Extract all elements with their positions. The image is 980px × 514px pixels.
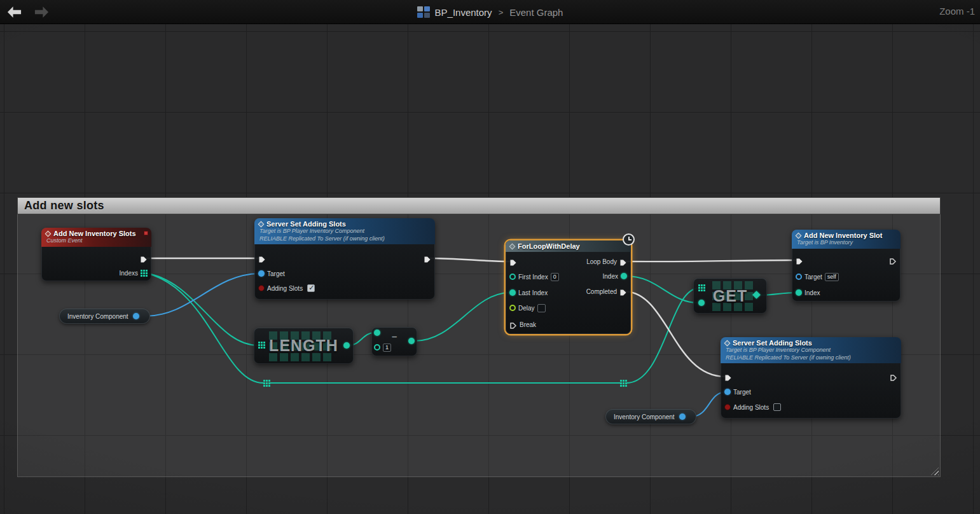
- array-pin-icon: [698, 284, 700, 286]
- node-forloop-with-delay[interactable]: ForLoopWithDelay First Index 0 Last Inde…: [506, 240, 631, 334]
- object-in-pin-target[interactable]: [796, 274, 802, 280]
- first-index-value-box[interactable]: 0: [551, 273, 559, 281]
- exec-in-pin[interactable]: [258, 254, 266, 262]
- bool-in-pin-adding-slots[interactable]: [258, 285, 265, 291]
- node-int-subtract[interactable]: – 1: [371, 327, 417, 356]
- exec-out-pin[interactable]: [889, 256, 897, 264]
- back-button[interactable]: [6, 5, 22, 22]
- int-in-pin-b[interactable]: [374, 344, 380, 351]
- node-title: Add New Inventory Slots: [53, 230, 136, 237]
- pin-label-adding-slots: Adding Slots: [267, 285, 303, 292]
- blueprint-icon: [417, 6, 430, 18]
- node-subtitle-1: Target is BP Player Inventory Component: [259, 228, 430, 235]
- node-subtitle-2: RELIABLE Replicated To Server (if owning…: [259, 235, 430, 243]
- wire-subtract-to-lastindex: [415, 293, 509, 341]
- int-out-pin-index[interactable]: [621, 273, 627, 279]
- node-add-new-inventory-slot[interactable]: Add New Inventory Slot Target is BP Inve…: [792, 230, 901, 302]
- exec-out-pin-loop-body[interactable]: [619, 258, 627, 265]
- pin-label-first-index: First Index: [518, 274, 548, 281]
- node-array-get[interactable]: GET: [693, 278, 767, 314]
- exec-in-pin[interactable]: [796, 256, 803, 264]
- node-array-length[interactable]: LENGTH: [254, 328, 354, 364]
- array-in-pin[interactable]: [698, 284, 705, 291]
- node-subtitle-1: Target is BP Player Inventory Component: [725, 347, 896, 354]
- variable-label: Inventory Component: [67, 313, 128, 320]
- array-in-pin[interactable]: [258, 342, 265, 349]
- int-in-pin-last-index[interactable]: [509, 289, 516, 296]
- macro-icon: [509, 243, 516, 249]
- node-server-set-adding-slots-1[interactable]: Server Set Adding Slots Target is BP Pla…: [254, 218, 435, 300]
- bool-in-pin-adding-slots[interactable]: [724, 404, 731, 410]
- node-title: ForLoopWithDelay: [518, 242, 580, 250]
- event-icon: [258, 221, 265, 227]
- pin-label-last-index: Last Index: [518, 289, 548, 296]
- wire-exec-server1-to-forloop: [431, 258, 510, 261]
- exec-out-pin-completed[interactable]: [619, 288, 627, 295]
- latent-clock-icon: [623, 233, 635, 246]
- int-in-pin-index[interactable]: [698, 300, 705, 306]
- pin-label-break: Break: [520, 321, 536, 328]
- array-reroute-icon: [620, 380, 622, 382]
- node-header: Add New Inventory Slots Custom Event: [41, 228, 151, 247]
- pin-label-index: Index: [603, 273, 618, 280]
- breadcrumb-blueprint-name[interactable]: BP_Inventory: [435, 7, 492, 18]
- breadcrumb-graph-name[interactable]: Event Graph: [509, 7, 563, 18]
- exec-out-pin[interactable]: [140, 254, 148, 262]
- exec-out-pin[interactable]: [890, 373, 897, 380]
- float-in-pin-delay[interactable]: [509, 305, 516, 311]
- pin-label-completed: Completed: [586, 288, 617, 295]
- pin-label-target: Target: [804, 274, 822, 281]
- adding-slots-checkbox[interactable]: [307, 284, 315, 292]
- adding-slots-checkbox[interactable]: [773, 403, 781, 411]
- exec-out-pin[interactable]: [424, 254, 431, 262]
- object-out-pin[interactable]: [133, 313, 139, 319]
- function-icon: [796, 232, 802, 239]
- event-flag-icon: [144, 231, 148, 235]
- pin-label-delay: Delay: [518, 305, 535, 312]
- event-icon: [45, 230, 52, 237]
- int-in-pin-first-index[interactable]: [509, 274, 516, 280]
- graph-canvas[interactable]: Add new slots Add New Inventory Slots: [0, 0, 980, 514]
- int-out-pin[interactable]: [343, 342, 350, 349]
- pin-label-index: Index: [804, 289, 820, 296]
- length-label: LENGTH: [254, 328, 354, 364]
- variable-label: Inventory Component: [614, 413, 675, 420]
- array-pin-icon: [141, 270, 142, 272]
- subtract-operator: –: [392, 331, 397, 342]
- pin-label-adding-slots: Adding Slots: [733, 404, 769, 411]
- node-subtitle: Target is BP Inventory: [796, 239, 895, 247]
- breadcrumb: BP_Inventory > Event Graph: [0, 0, 980, 24]
- wire-index-to-get-index: [626, 276, 698, 303]
- int-in-pin-index[interactable]: [796, 289, 802, 296]
- wire-exec-loopbody-to-addslot: [624, 260, 796, 261]
- forward-button[interactable]: [34, 5, 50, 22]
- wire-reroute2-to-get-array: [626, 288, 698, 383]
- object-in-pin-target[interactable]: [258, 270, 265, 277]
- exec-in-pin-break[interactable]: [509, 321, 517, 328]
- node-add-new-inventory-slots-event[interactable]: Add New Inventory Slots Custom Event Ind…: [41, 228, 151, 281]
- exec-in-pin[interactable]: [724, 373, 732, 380]
- object-in-pin-target[interactable]: [724, 389, 731, 395]
- node-header: Server Set Adding Slots Target is BP Pla…: [254, 218, 435, 244]
- value-box[interactable]: 1: [383, 344, 391, 352]
- node-server-set-adding-slots-2[interactable]: Server Set Adding Slots Target is BP Pla…: [721, 337, 901, 419]
- delay-value-box[interactable]: [537, 304, 546, 312]
- reroute-node-array-1[interactable]: [263, 380, 270, 387]
- array-pin-icon: [258, 342, 260, 344]
- array-out-pin-indexs[interactable]: [141, 270, 148, 277]
- object-out-pin[interactable]: [679, 413, 686, 420]
- event-icon: [724, 340, 731, 346]
- reroute-node-array-2[interactable]: [620, 380, 627, 387]
- node-header: ForLoopWithDelay: [506, 240, 631, 252]
- pin-label-indexs: Indexs: [120, 270, 138, 277]
- int-in-pin-a[interactable]: [374, 330, 380, 336]
- node-title: Server Set Adding Slots: [266, 220, 346, 228]
- node-inventory-component-2[interactable]: Inventory Component: [605, 409, 696, 424]
- node-header: Add New Inventory Slot Target is BP Inve…: [792, 230, 901, 249]
- breadcrumb-toolbar: BP_Inventory > Event Graph Zoom -1: [0, 0, 980, 24]
- target-value-box[interactable]: self: [825, 273, 839, 281]
- node-inventory-component-1[interactable]: Inventory Component: [59, 309, 150, 324]
- int-out-pin[interactable]: [408, 338, 415, 344]
- exec-in-pin[interactable]: [509, 258, 517, 265]
- pin-label-target: Target: [267, 270, 285, 277]
